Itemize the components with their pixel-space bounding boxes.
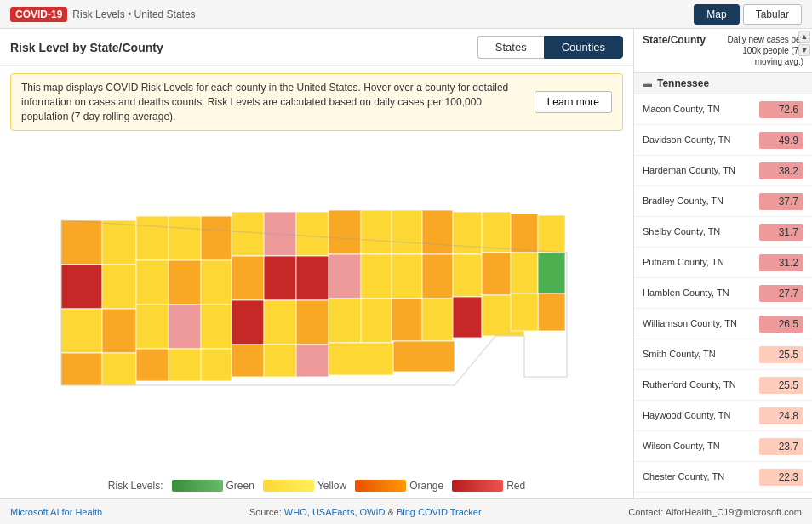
tab-map[interactable]: Map xyxy=(694,4,739,25)
svg-rect-15 xyxy=(538,215,565,253)
source-usafacts-link[interactable]: USAFacts xyxy=(312,507,355,517)
county-name: Shelby County, TN xyxy=(643,225,759,237)
legend-red: Red xyxy=(452,480,525,492)
svg-rect-41 xyxy=(361,299,392,343)
county-name: Haywood County, TN xyxy=(643,409,759,421)
legend-orange-bar xyxy=(355,480,406,492)
legend-yellow: Yellow xyxy=(263,480,346,492)
legend-red-bar xyxy=(452,480,503,492)
footer: Microsoft AI for Health Source: WHO, USA… xyxy=(0,498,812,524)
svg-rect-12 xyxy=(453,212,482,254)
svg-rect-32 xyxy=(61,309,102,353)
table-row[interactable]: Wilson County, TN 23.7 xyxy=(634,431,812,462)
svg-rect-54 xyxy=(329,343,393,375)
svg-rect-23 xyxy=(296,256,329,300)
footer-powered-by: Microsoft AI for Health xyxy=(10,507,102,517)
svg-rect-14 xyxy=(511,214,538,253)
svg-rect-16 xyxy=(61,265,102,309)
county-value: 25.5 xyxy=(759,377,803,394)
btn-states[interactable]: States xyxy=(477,36,544,59)
scroll-up-arrow[interactable]: ▲ xyxy=(798,31,810,43)
svg-rect-37 xyxy=(232,300,264,345)
svg-rect-13 xyxy=(482,212,511,253)
county-name: Davidson County, TN xyxy=(643,134,759,145)
table-row[interactable]: Macon County, TN 72.6 xyxy=(634,94,812,125)
map-container[interactable] xyxy=(0,138,633,473)
svg-rect-17 xyxy=(102,265,136,309)
table-row[interactable]: Williamson County, TN 26.5 xyxy=(634,309,812,339)
county-value: 31.2 xyxy=(759,254,803,271)
svg-rect-49 xyxy=(169,349,201,381)
header-left: COVID-19 Risk Levels • United States xyxy=(10,7,196,22)
footer-source: Source: WHO, USAFacts, OWID & Bing COVID… xyxy=(249,507,482,517)
microsoft-ai-health-link[interactable]: Microsoft AI for Health xyxy=(10,507,102,517)
scroll-down-arrow[interactable]: ▼ xyxy=(798,44,810,56)
county-name: Hardeman County, TN xyxy=(643,164,759,176)
table-row[interactable]: Putnam County, TN 31.2 xyxy=(634,248,812,278)
svg-rect-38 xyxy=(264,300,296,345)
svg-rect-44 xyxy=(453,297,482,338)
table-row[interactable]: Bradley County, TN 37.7 xyxy=(634,186,812,217)
svg-rect-51 xyxy=(232,345,264,377)
map-controls: Risk Level by State/County States Counti… xyxy=(0,29,633,66)
svg-rect-50 xyxy=(201,349,232,381)
table-row[interactable]: Hamblen County, TN 27.7 xyxy=(634,278,812,309)
table-row[interactable]: Haywood County, TN 24.8 xyxy=(634,401,812,431)
panel-col2-label: Daily new cases per 100k people (7d movi… xyxy=(723,34,804,67)
panel-col1-label: State/County xyxy=(643,34,723,67)
source-who-link[interactable]: WHO xyxy=(284,507,307,517)
svg-rect-21 xyxy=(232,256,264,300)
svg-rect-19 xyxy=(169,260,201,305)
table-row[interactable]: Sumner County, TN 22.0 xyxy=(634,493,812,498)
legend-yellow-bar xyxy=(263,480,314,492)
info-banner: This map displays COVID Risk Levels for … xyxy=(10,73,623,131)
source-bing-link[interactable]: Bing COVID Tracker xyxy=(397,507,482,517)
svg-rect-34 xyxy=(136,305,169,349)
learn-more-button[interactable]: Learn more xyxy=(535,91,612,113)
section-header-tennessee: ▬ Tennessee xyxy=(634,73,812,94)
county-name: Hamblen County, TN xyxy=(643,287,759,299)
legend-green-label: Green xyxy=(226,480,254,492)
contact-label: Contact: xyxy=(628,507,663,517)
svg-rect-33 xyxy=(102,309,136,353)
collapse-icon[interactable]: ▬ xyxy=(643,78,652,88)
table-row[interactable]: Hardeman County, TN 38.2 xyxy=(634,156,812,186)
legend-red-label: Red xyxy=(506,480,525,492)
svg-rect-46 xyxy=(61,353,102,385)
data-list[interactable]: Macon County, TN 72.6 Davidson County, T… xyxy=(634,94,812,498)
svg-rect-18 xyxy=(136,260,169,305)
table-row[interactable]: Shelby County, TN 31.7 xyxy=(634,217,812,248)
county-value: 49.9 xyxy=(759,132,803,149)
county-name: Smith County, TN xyxy=(643,348,759,360)
svg-rect-35 xyxy=(169,305,201,349)
county-name: Rutherford County, TN xyxy=(643,379,759,390)
county-value: 72.6 xyxy=(759,101,803,118)
btn-counties[interactable]: Counties xyxy=(544,36,623,59)
footer-contact: Contact: AlforHealth_C19@microsoft.com xyxy=(628,507,802,517)
table-row[interactable]: Chester County, TN 22.3 xyxy=(634,462,812,493)
svg-rect-40 xyxy=(329,299,361,343)
source-owid-link[interactable]: OWID xyxy=(360,507,386,517)
svg-rect-47 xyxy=(102,353,136,385)
svg-rect-42 xyxy=(392,299,422,341)
svg-rect-26 xyxy=(392,254,422,299)
svg-rect-53 xyxy=(296,345,329,377)
county-value: 27.7 xyxy=(759,285,803,302)
county-name: Macon County, TN xyxy=(643,103,759,115)
svg-rect-36 xyxy=(201,305,232,349)
source-label: Source: xyxy=(249,507,282,517)
tab-tabular[interactable]: Tabular xyxy=(743,4,802,25)
svg-rect-48 xyxy=(136,349,169,381)
right-panel: State/County Daily new cases per 100k pe… xyxy=(633,29,812,498)
county-value: 24.8 xyxy=(759,407,803,424)
table-row[interactable]: Smith County, TN 25.5 xyxy=(634,339,812,370)
app-header: COVID-19 Risk Levels • United States Map… xyxy=(0,0,812,29)
table-row[interactable]: Davidson County, TN 49.9 xyxy=(634,125,812,156)
county-value: 38.2 xyxy=(759,162,803,179)
county-name: Wilson County, TN xyxy=(643,440,759,452)
county-value: 23.7 xyxy=(759,438,803,455)
table-row[interactable]: Rutherford County, TN 25.5 xyxy=(634,370,812,401)
tennessee-map[interactable] xyxy=(44,169,589,441)
main-content: Risk Level by State/County States Counti… xyxy=(0,29,812,498)
covid-badge: COVID-19 xyxy=(10,7,67,22)
